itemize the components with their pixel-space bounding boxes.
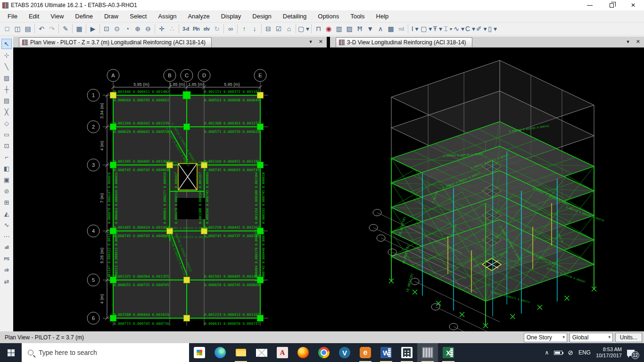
draw-ramp-side-icon[interactable]: ◭ — [1, 208, 12, 219]
restore-full-view-icon[interactable]: ⊙ — [112, 24, 122, 34]
view-elevation-icon[interactable]: elv — [201, 24, 212, 34]
frame-i-section-icon[interactable]: I ▾ — [410, 24, 420, 34]
plan-canvas[interactable]: A B C D E 1 2 3 4 5 6 5.95 (m) 1.85 (m) … — [13, 48, 327, 331]
reshape-object-icon[interactable]: ⊹ — [1, 50, 12, 60]
zoom-in-icon[interactable]: ⊕ — [132, 24, 143, 34]
save-model-icon[interactable]: ▤ — [23, 24, 33, 34]
select-objects-icon[interactable]: ⊟ — [263, 24, 273, 34]
draw-rect-floor-icon[interactable]: ▭ — [1, 129, 12, 140]
channel-section-icon[interactable]: C ▾ — [465, 24, 476, 34]
view-3d-close-icon[interactable]: ✕ — [636, 39, 640, 45]
draw-reference-points-icon[interactable]: ⋯ — [1, 231, 12, 241]
taskbar-app-excel[interactable]: X — [438, 343, 459, 362]
move-up-in-list-icon[interactable]: ↑ — [239, 24, 249, 34]
network-globe-icon[interactable]: ⊘ — [568, 349, 573, 356]
draw-h-frame-icon[interactable]: Ħ — [355, 24, 365, 34]
move-down-in-list-icon[interactable]: ↓ — [249, 24, 260, 34]
edit-pencil-icon[interactable]: ✎ — [60, 24, 71, 34]
menu-item[interactable]: Design — [247, 11, 277, 22]
shape-dropdown-icon[interactable]: ▢ ▾ — [297, 24, 310, 34]
plan-view-dropdown-icon[interactable]: ▾ — [309, 39, 312, 45]
battery-icon[interactable] — [554, 351, 562, 355]
plan-view-close-icon[interactable]: ✕ — [319, 39, 323, 45]
menu-item[interactable]: View — [45, 11, 69, 22]
open-model-icon[interactable]: ◫ — [12, 24, 23, 34]
walkthrough-icon[interactable]: ∴ — [167, 24, 177, 34]
lock-model-icon[interactable]: ▦ — [74, 24, 84, 34]
coord-system-selector[interactable]: Global▼ — [570, 333, 613, 342]
draw-grid-icon[interactable]: ⊞ — [1, 197, 12, 207]
select-pointer-icon[interactable]: ↖ — [1, 39, 12, 49]
draw-tent-icon[interactable]: ∧ — [375, 24, 386, 34]
notification-icon[interactable]: 12 — [627, 350, 635, 356]
menu-item[interactable]: Edit — [23, 11, 45, 22]
wall-section-icon[interactable]: ∿ ▾ — [453, 24, 465, 34]
previous-zoom-icon[interactable]: ◔ — [122, 24, 132, 34]
taskbar-app-calculator[interactable] — [396, 343, 417, 362]
close-button[interactable]: ✕ — [622, 0, 644, 10]
menu-item[interactable]: Analyze — [182, 11, 215, 22]
taskbar-app-word[interactable]: W — [376, 343, 396, 362]
taskbar-app-chrome[interactable] — [314, 343, 334, 362]
pen-section-icon[interactable]: ✐ ▾ — [476, 24, 487, 34]
draw-wall-icon[interactable]: ▥ — [334, 24, 344, 34]
select-check-icon[interactable]: ☑ — [273, 24, 284, 34]
taskbar-app-etabs[interactable] — [417, 343, 438, 362]
menu-item[interactable]: Select — [124, 11, 152, 22]
quick-draw-braces-icon[interactable]: ╳ — [1, 107, 12, 117]
taskbar-app-explorer[interactable] — [231, 343, 251, 362]
draw-floor-icon[interactable]: ◇ — [1, 118, 12, 128]
draw-wall-stack-icon[interactable]: ⌐ — [1, 152, 12, 162]
image-view-icon[interactable]: ▩ — [386, 24, 396, 34]
draw-beam-icon[interactable]: ╲ — [1, 61, 12, 72]
plan-view-tab[interactable]: Plan View - PILOT - Z = 3.7 (m) Longitud… — [19, 37, 212, 47]
language-indicator[interactable]: ENG — [578, 349, 591, 356]
view-plan-icon[interactable]: Pln — [191, 24, 201, 34]
taskbar-app-e[interactable]: e — [355, 343, 376, 362]
taskbar-app-autocad[interactable]: A — [272, 343, 293, 362]
wide-flange-section-icon[interactable]: ⌶ ▾ — [443, 24, 453, 34]
rubber-band-zoom-icon[interactable]: ⊡ — [101, 24, 112, 34]
menu-item[interactable]: Assign — [152, 11, 182, 22]
redo-icon[interactable]: ↷ — [47, 24, 57, 34]
building-view-icon[interactable]: ⌂ — [284, 24, 294, 34]
taskbar-app-store[interactable] — [189, 343, 210, 362]
draw-dimension-line-icon[interactable]: ∿ — [1, 220, 12, 230]
menu-item[interactable]: Define — [69, 11, 99, 22]
view-3d-tab[interactable]: 3-D View Longitudinal Reinforcing (ACI 3… — [336, 37, 472, 47]
door-section-icon[interactable]: ▯ ▾ — [487, 24, 498, 34]
pan-icon[interactable]: ✛ — [157, 24, 167, 34]
quick-draw-wall-icon[interactable]: ◧ — [1, 163, 12, 173]
menu-item[interactable]: Options — [312, 11, 345, 22]
view-3d-icon[interactable]: 3-d — [181, 24, 191, 34]
draw-null-line-icon[interactable]: ⊘ — [1, 186, 12, 196]
draw-window-icon[interactable]: ▣ — [1, 174, 12, 185]
run-analysis-icon[interactable]: ▶ — [88, 24, 98, 34]
quick-draw-floor-icon[interactable]: ⊡ — [1, 140, 12, 151]
rotate-3d-view-icon[interactable]: ↻ — [212, 24, 222, 34]
column-section-icon[interactable]: ▢ ▾ — [420, 24, 432, 34]
menu-item[interactable]: File — [2, 11, 23, 22]
new-model-icon[interactable]: □ — [2, 24, 12, 34]
draw-ramp-icon[interactable]: ▨ — [344, 24, 355, 34]
zoom-out-icon[interactable]: ⊖ — [143, 24, 153, 34]
taskbar-app-edge[interactable] — [210, 343, 231, 362]
taskbar-app-v[interactable]: V — [334, 343, 355, 362]
minimize-button[interactable]: — — [579, 0, 601, 10]
taskbar-search[interactable]: Type here to search — [22, 343, 189, 362]
invert-selection-icon[interactable]: ⇄ — [1, 276, 12, 287]
restore-button[interactable] — [601, 0, 622, 10]
snap-to-point-icon[interactable]: ◉ — [323, 24, 334, 34]
story-selector[interactable]: One Story▼ — [524, 333, 567, 342]
draw-frame-icon[interactable]: ⊓ — [313, 24, 323, 34]
quick-draw-beam-icon[interactable]: ▨ — [1, 73, 12, 83]
pane-divider[interactable] — [327, 37, 330, 331]
taskbar-app-mail[interactable] — [251, 343, 272, 362]
clear-selection-icon[interactable]: clr — [1, 265, 12, 275]
view-3d-dropdown-icon[interactable]: ▾ — [627, 39, 629, 45]
previous-selection-icon[interactable]: PS — [1, 254, 12, 264]
quick-draw-secondary-beams-icon[interactable]: ▤ — [1, 95, 12, 106]
menu-item[interactable]: Detailing — [277, 11, 313, 22]
menu-item[interactable]: Display — [215, 11, 247, 22]
undo-icon[interactable]: ↶ — [36, 24, 47, 34]
